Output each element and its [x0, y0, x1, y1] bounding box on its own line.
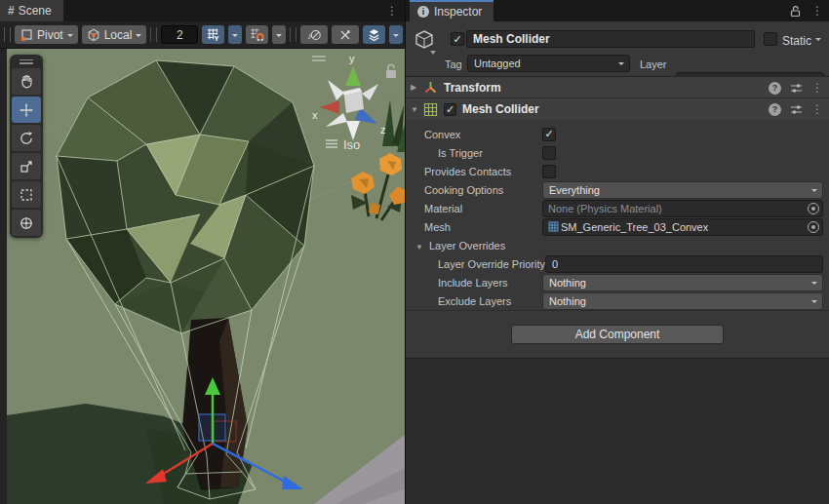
- component-menu-icon[interactable]: ⋮: [811, 81, 823, 95]
- scene-fx-toggle[interactable]: [332, 25, 359, 44]
- toolbar-separator: [290, 27, 296, 42]
- presets-icon[interactable]: [790, 103, 803, 116]
- layer-overrides-row[interactable]: ▼ Layer Overrides: [406, 236, 829, 254]
- grid-axis-icon: Y: [206, 27, 220, 42]
- mesh-object-field[interactable]: SM_Generic_Tree_03_Convex: [542, 218, 823, 236]
- projection-label: Iso: [343, 137, 360, 152]
- cooking-options-dropdown[interactable]: Everything: [542, 181, 823, 199]
- inspector-panel: i Inspector ⋮ ✓ Static Tag Untagged Laye…: [405, 0, 829, 504]
- gizmo-x-label: x: [312, 109, 318, 121]
- scene-visibility-button[interactable]: [363, 25, 385, 44]
- mesh-label: Mesh: [406, 221, 542, 233]
- pivot-icon: [20, 28, 33, 42]
- provides-contacts-checkbox[interactable]: [542, 165, 556, 178]
- foldout-icon[interactable]: ▼: [415, 243, 423, 252]
- unlock-icon[interactable]: [386, 65, 396, 79]
- iso-projection-toggle[interactable]: Iso: [326, 137, 360, 152]
- scene-menu-icon[interactable]: ⋮: [386, 4, 398, 18]
- mesh-icon: [548, 221, 559, 232]
- tab-scene[interactable]: # Scene: [0, 0, 63, 21]
- transform-tool-button[interactable]: [12, 210, 41, 236]
- static-dropdown-icon[interactable]: [815, 38, 821, 44]
- snap-caret-icon: [276, 34, 282, 40]
- grid-visibility-dropdown[interactable]: [228, 25, 242, 44]
- is-trigger-checkbox[interactable]: [542, 146, 556, 160]
- gizmo-y-label: y: [349, 53, 355, 64]
- scene-audio-toggle[interactable]: ♪: [300, 25, 328, 44]
- pivot-button[interactable]: Pivot: [15, 25, 78, 44]
- include-layers-dropdown[interactable]: Nothing: [542, 274, 823, 291]
- gizmo-axis-cone[interactable]: [326, 113, 347, 127]
- include-layers-label: Include Layers: [406, 277, 542, 289]
- exclude-layers-row: Exclude Layers Nothing: [406, 291, 829, 310]
- static-label: Static: [782, 34, 811, 48]
- overlay-drag-handle[interactable]: [312, 57, 326, 60]
- inspector-menu-icon[interactable]: ⋮: [811, 4, 823, 18]
- inspector-tabbar: i Inspector ⋮: [406, 0, 829, 21]
- transform-component-header[interactable]: ▶ Transform ? ⋮: [406, 77, 829, 98]
- gizmo-x-cone[interactable]: [320, 100, 339, 114]
- toolbar-drag-handle[interactable]: [4, 27, 11, 42]
- gameobject-name-input[interactable]: [466, 30, 755, 48]
- tab-inspector[interactable]: i Inspector: [410, 0, 493, 21]
- mesh-collider-icon: [423, 102, 438, 117]
- add-component-button[interactable]: Add Component: [511, 325, 724, 344]
- cooking-options-row: Cooking Options Everything: [406, 180, 829, 199]
- presets-icon[interactable]: [790, 82, 803, 95]
- help-icon[interactable]: ?: [769, 103, 781, 116]
- rect-tool-button[interactable]: [12, 181, 41, 208]
- pivot-label: Pivot: [37, 28, 63, 42]
- scale-tool-button[interactable]: [12, 153, 41, 179]
- local-cube-icon: [87, 28, 100, 42]
- priority-input[interactable]: [545, 255, 823, 273]
- inspector-empty-area: [406, 359, 829, 504]
- help-icon[interactable]: ?: [769, 82, 781, 95]
- gizmo-axis-cone[interactable]: [328, 80, 344, 100]
- rotate-tool-button[interactable]: [12, 125, 41, 151]
- grid-caret-icon: [232, 34, 238, 40]
- foldout-icon[interactable]: ▶: [411, 83, 419, 92]
- material-object-field[interactable]: None (Physics Material): [542, 200, 823, 217]
- tools-drag-handle[interactable]: [12, 57, 41, 66]
- tag-dropdown[interactable]: Untagged: [467, 55, 630, 72]
- info-icon: i: [417, 6, 429, 18]
- object-picker-icon[interactable]: [808, 221, 819, 233]
- gameobject-cube-icon[interactable]: [414, 29, 437, 55]
- mesh-collider-component-header[interactable]: ▼ ✓ Mesh Collider ? ⋮: [406, 98, 829, 120]
- scene-viewport[interactable]: y x z Iso: [0, 49, 405, 504]
- component-enabled-checkbox[interactable]: ✓: [444, 103, 456, 116]
- exclude-layers-dropdown[interactable]: Nothing: [542, 292, 823, 310]
- handle-orientation-button[interactable]: Local: [82, 25, 147, 44]
- mesh-collider-title: Mesh Collider: [462, 102, 539, 116]
- active-checkbox[interactable]: ✓: [451, 32, 464, 46]
- scene-tab-label: Scene: [19, 4, 52, 18]
- gizmo-y-cone[interactable]: [345, 66, 361, 86]
- include-layers-row: Include Layers Nothing: [406, 273, 829, 291]
- snap-settings-dropdown[interactable]: [272, 25, 286, 44]
- pivot-caret-icon: [67, 34, 73, 40]
- unlock-icon[interactable]: [789, 5, 802, 18]
- grid-size-input[interactable]: [161, 25, 198, 44]
- move-icon: [19, 102, 34, 118]
- tools-overlay: [10, 55, 43, 238]
- is-trigger-label: Is Trigger: [406, 147, 542, 159]
- fx-disabled-icon: [337, 28, 353, 42]
- scene-render: y x z Iso: [0, 49, 405, 504]
- snap-settings-button[interactable]: [246, 25, 268, 44]
- hand-icon: [19, 74, 34, 90]
- gizmo-axis-cone[interactable]: [362, 84, 378, 100]
- convex-checkbox[interactable]: ✓: [542, 128, 556, 141]
- inspector-tab-label: Inspector: [434, 5, 482, 19]
- layer-overrides-label: Layer Overrides: [429, 240, 505, 252]
- component-menu-icon[interactable]: ⋮: [811, 102, 823, 116]
- provides-contacts-row: Provides Contacts: [406, 162, 829, 180]
- object-picker-icon[interactable]: [808, 203, 819, 214]
- grid-visibility-button[interactable]: Y: [202, 25, 224, 44]
- foldout-icon[interactable]: ▼: [411, 105, 419, 114]
- material-row: Material None (Physics Material): [406, 199, 829, 217]
- move-tool-button[interactable]: [12, 97, 41, 123]
- view-tool-button[interactable]: [12, 68, 41, 95]
- static-checkbox[interactable]: [764, 32, 777, 46]
- scene-visibility-dropdown[interactable]: [389, 25, 403, 44]
- scene-toolbar: Pivot Local Y: [0, 21, 405, 49]
